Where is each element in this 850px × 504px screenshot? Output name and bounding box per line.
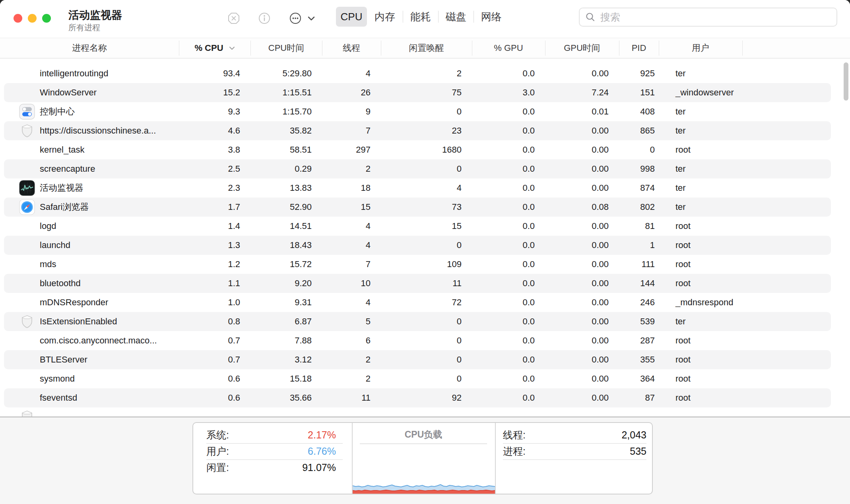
page-subtitle: 所有进程	[68, 22, 100, 33]
cell-gpu_time: 0.00	[545, 255, 619, 274]
cell-cpu: 0.6	[179, 369, 250, 388]
table-row[interactable]: https://discussionschinese.a...4.635.827…	[0, 121, 850, 140]
table-row[interactable]: intelligentroutingd93.45:29.80420.00.009…	[0, 64, 850, 83]
table-row[interactable]: screencapture2.50.29200.00.00998ter	[0, 159, 850, 178]
ellipsis-icon	[289, 12, 319, 25]
cell-cpu_time: 52.90	[250, 198, 322, 217]
cell-cpu: 2.5	[179, 159, 250, 178]
cell-pid: 865	[619, 121, 659, 140]
search-field[interactable]	[579, 8, 837, 27]
cell-gpu_time: 0.00	[545, 140, 619, 159]
cell-gpu: 0.0	[472, 236, 545, 255]
tab-network[interactable]: 网络	[474, 7, 509, 27]
table-row[interactable]: com.cisco.anyconnect.maco...0.77.88600.0…	[0, 331, 850, 350]
control-center-icon	[19, 104, 35, 120]
table-row[interactable]: mds1.215.7271090.00.00111root	[0, 255, 850, 274]
tab-energy[interactable]: 能耗	[403, 7, 438, 27]
column-header-cpu[interactable]: % CPU	[179, 38, 250, 58]
tab-memory[interactable]: 内存	[367, 7, 403, 27]
cell-cpu_time: 7.88	[250, 331, 322, 350]
cell-cpu_time: 13.83	[250, 178, 322, 198]
cell-user: root	[659, 331, 742, 350]
more-options-button[interactable]	[289, 12, 319, 25]
chart-topline	[360, 444, 487, 444]
cell-threads: 4	[322, 64, 381, 83]
column-header-gpu-time[interactable]: GPU时间	[545, 38, 619, 58]
cell-idle_wakeups: 4	[381, 178, 472, 198]
table-row[interactable]	[0, 407, 850, 417]
cell-user: root	[659, 369, 742, 388]
safari-icon	[19, 199, 35, 215]
cell-cpu_time: 3.12	[250, 350, 322, 369]
process-name: mds	[0, 255, 179, 274]
cell-threads: 297	[322, 140, 381, 159]
cell-idle_wakeups: 73	[381, 198, 472, 217]
cell-idle_wakeups: 11	[381, 274, 472, 293]
stat-idle: 闲置: 91.07%	[206, 459, 336, 475]
process-name: com.cisco.anyconnect.maco...	[0, 331, 179, 350]
cell-gpu: 0.0	[472, 198, 545, 217]
cell-threads: 26	[322, 83, 381, 102]
table-row[interactable]: Safari浏览器1.752.9015730.00.08802ter	[0, 198, 850, 217]
column-header-user[interactable]: 用户	[659, 38, 742, 58]
cell-user: root	[659, 217, 742, 236]
stop-icon	[227, 12, 240, 25]
cell-pid: 539	[619, 312, 659, 331]
cell-cpu: 93.4	[179, 64, 250, 83]
cell-threads: 2	[322, 350, 381, 369]
cell-user: ter	[659, 102, 742, 121]
cell-cpu: 0.8	[179, 312, 250, 331]
cell-gpu: 0.0	[472, 331, 545, 350]
table-row[interactable]: fseventsd0.635.6611920.00.0087root	[0, 388, 850, 407]
column-header-pid[interactable]: PID	[619, 38, 659, 58]
cell-pid: 0	[619, 140, 659, 159]
stop-process-button[interactable]	[227, 12, 240, 25]
table-row[interactable]: 控制中心9.31:15.70900.00.01408ter	[0, 102, 850, 121]
close-button[interactable]	[14, 14, 22, 23]
zoom-button[interactable]	[42, 14, 51, 23]
table-row[interactable]: mDNSResponder1.09.314720.00.00246_mdnsre…	[0, 293, 850, 312]
cell-user: ter	[659, 312, 742, 331]
cell-idle_wakeups: 2	[381, 64, 472, 83]
cell-gpu: 0.0	[472, 159, 545, 178]
table-row[interactable]: BTLEServer0.73.12200.00.00355root	[0, 350, 850, 369]
cell-gpu_time: 0.00	[545, 159, 619, 178]
table-row[interactable]: kernel_task3.858.5129716800.00.000root	[0, 140, 850, 159]
cell-pid: 144	[619, 274, 659, 293]
column-header-idle-wakeups[interactable]: 闲置唤醒	[381, 38, 472, 58]
process-name: intelligentroutingd	[0, 64, 179, 83]
tab-disk[interactable]: 磁盘	[439, 7, 474, 27]
cell-gpu: 0.0	[472, 217, 545, 236]
column-header-threads[interactable]: 线程	[322, 38, 381, 58]
info-icon	[258, 12, 271, 25]
cell-threads: 7	[322, 121, 381, 140]
table-row[interactable]: IsExtensionEnabled0.86.87500.00.00539ter	[0, 312, 850, 331]
cell-user: root	[659, 236, 742, 255]
column-divider	[250, 41, 251, 56]
column-header-process-name[interactable]: 进程名称	[0, 38, 179, 58]
table-row[interactable]: WindowServer15.21:15.5126753.07.24151_wi…	[0, 83, 850, 102]
cell-threads: 9	[322, 102, 381, 121]
column-header-gpu[interactable]: % GPU	[472, 38, 545, 58]
table-row[interactable]: sysmond0.615.18200.00.00364root	[0, 369, 850, 388]
cell-user: ter	[659, 159, 742, 178]
tab-cpu[interactable]: CPU	[336, 7, 367, 27]
cell-user: ter	[659, 121, 742, 140]
table-row[interactable]: bluetoothd1.19.2010110.00.00144root	[0, 274, 850, 293]
cell-gpu_time: 0.00	[545, 350, 619, 369]
shield-icon	[19, 314, 35, 330]
column-header-cpu-time[interactable]: CPU时间	[250, 38, 322, 58]
cell-gpu_time	[545, 407, 619, 417]
cell-idle_wakeups: 0	[381, 312, 472, 331]
cell-idle_wakeups	[381, 407, 472, 417]
cell-gpu: 0.0	[472, 388, 545, 407]
table-row[interactable]: 活动监视器2.313.831840.00.00874ter	[0, 178, 850, 198]
minimize-button[interactable]	[28, 14, 37, 23]
inspect-process-button[interactable]	[258, 12, 271, 25]
cell-pid: 998	[619, 159, 659, 178]
table-row[interactable]: logd1.414.514150.00.0081root	[0, 217, 850, 236]
search-input[interactable]	[600, 11, 836, 23]
scrollbar-thumb[interactable]	[844, 62, 848, 101]
table-row[interactable]: launchd1.318.43400.00.001root	[0, 236, 850, 255]
cell-cpu_time: 5:29.80	[250, 64, 322, 83]
